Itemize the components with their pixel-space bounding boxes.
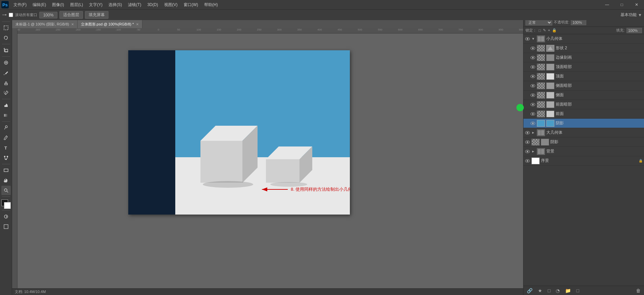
layer-vis-icon[interactable] — [530, 46, 536, 51]
right-panels: 通 图层 通道 历 度 样 字符 段落 p 类型 □ ◆ T ▬ ◇ ● 正常 … — [523, 0, 644, 295]
layers-panel[interactable]: ▼ 小几何体 形状 2 边缘刻画 顶面暗部 — [523, 34, 644, 286]
move-tool-icon[interactable]: ⭢ — [2, 12, 7, 18]
lock-all-icon[interactable]: 🔒 — [552, 28, 557, 33]
menu-edit[interactable]: 编辑(E) — [30, 1, 49, 9]
svg-line-8 — [4, 127, 6, 129]
opacity-input[interactable] — [571, 20, 586, 25]
layer-vis-icon[interactable] — [525, 36, 530, 42]
layer-vis-icon[interactable] — [525, 149, 530, 154]
menu-3d[interactable]: 3D(D) — [145, 1, 161, 8]
rectangle-tool-button[interactable] — [1, 166, 11, 175]
layer-item-bianyuan[interactable]: 边缘刻画 — [523, 53, 644, 62]
layer-vis-icon[interactable] — [525, 139, 530, 145]
menu-image[interactable]: 图像(I) — [49, 1, 66, 9]
layer-vis-icon[interactable] — [530, 83, 536, 88]
menu-layer[interactable]: 图层(L) — [67, 1, 86, 9]
menu-file[interactable]: 文件(F) — [11, 1, 29, 9]
fit-window-button[interactable]: 适合图层 — [59, 11, 83, 19]
layer-vis-icon[interactable] — [530, 111, 536, 117]
fill-input[interactable] — [627, 28, 642, 33]
layer-vis-icon[interactable] — [525, 130, 530, 135]
layer-item-dingmian[interactable]: 顶面 — [523, 72, 644, 81]
crop-tool-button[interactable] — [1, 46, 11, 55]
layer-expand-icon[interactable]: ▼ — [532, 37, 536, 41]
tab-1-close[interactable]: ✕ — [136, 22, 139, 26]
path-select-button[interactable] — [1, 153, 11, 163]
healing-tool-button[interactable] — [1, 58, 11, 67]
layer-item-qianmian[interactable]: 前面 — [523, 109, 644, 119]
layer-thumb2 — [546, 92, 554, 99]
menu-help[interactable]: 帮助(H) — [201, 1, 221, 9]
zoom-tool-button[interactable] — [1, 186, 11, 195]
svg-line-16 — [7, 191, 8, 192]
add-mask-button[interactable]: □ — [546, 287, 552, 294]
layer-expand-icon[interactable]: ► — [532, 131, 536, 134]
fill-screen-button[interactable]: 填充屏幕 — [85, 11, 108, 19]
new-layer-button[interactable]: □ — [575, 287, 580, 294]
layer-item-beijing[interactable]: ► 背景 — [523, 147, 644, 156]
layer-item-cemianbu[interactable]: 侧面暗部 — [523, 81, 644, 91]
layer-item-xiaojiheti[interactable]: ▼ 小几何体 — [523, 34, 644, 44]
layer-vis-icon[interactable] — [530, 74, 536, 79]
lasso-tool-button[interactable] — [1, 33, 11, 43]
history-brush-button[interactable] — [1, 88, 11, 98]
add-style-button[interactable]: ★ — [537, 287, 544, 294]
menu-text[interactable]: 文字(Y) — [86, 1, 105, 9]
layer-item-dajiheti[interactable]: ► 大几何体 — [523, 128, 644, 137]
blend-mode-select[interactable]: 正常 — [525, 19, 552, 25]
layer-item-qianmianbu[interactable]: 前面暗部 — [523, 100, 644, 109]
tab-0-close[interactable]: ✕ — [71, 22, 74, 26]
gradient-tool-button[interactable] — [1, 111, 11, 120]
link-layers-button[interactable]: 🔗 — [525, 287, 534, 294]
new-fill-button[interactable]: ◔ — [554, 287, 561, 294]
eraser-tool-button[interactable] — [1, 101, 11, 110]
annotation-label: 8. 使用同样的方法绘制出小几何体的阴影 — [291, 186, 350, 192]
layer-item-yingying-small[interactable]: 阴影 — [523, 119, 644, 128]
pen-tool-button[interactable] — [1, 133, 11, 142]
workspace-arrow-icon[interactable]: ▼ — [638, 13, 642, 17]
menu-view[interactable]: 视图(V) — [162, 1, 180, 9]
brush-tool-button[interactable] — [1, 68, 11, 77]
screen-mode-button[interactable] — [1, 222, 11, 231]
delete-layer-button[interactable]: 🗑 — [635, 287, 642, 294]
lock-transparency-icon[interactable]: □ — [539, 28, 541, 33]
layer-vis-icon[interactable] — [530, 55, 536, 60]
minimize-button[interactable]: — — [600, 0, 614, 9]
layer-thumb2 — [546, 45, 554, 52]
layer-item-xingzhuang2[interactable]: 形状 2 — [523, 44, 644, 53]
tab-bar: 未标题-1 @ 100% (阴影, RGB/8) ✕ 立体图形.psd @ 10… — [12, 20, 523, 28]
menu-window[interactable]: 窗口(W) — [181, 1, 201, 9]
stamp-tool-button[interactable] — [1, 78, 11, 87]
dodge-tool-button[interactable] — [1, 123, 11, 132]
layer-expand-icon[interactable]: ► — [532, 150, 536, 153]
tab-0[interactable]: 未标题-1 @ 100% (阴影, RGB/8) ✕ — [12, 20, 78, 28]
zoom-input[interactable]: 100% — [39, 12, 57, 18]
layer-vis-icon[interactable] — [525, 158, 530, 164]
auto-select-checkbox[interactable] — [9, 13, 13, 17]
layer-item-yingying-main[interactable]: 阴影 — [523, 137, 644, 147]
layer-item-cemian[interactable]: 侧面 — [523, 91, 644, 100]
layer-vis-icon[interactable] — [530, 102, 536, 107]
layer-item-xujing[interactable]: 序景 🔒 — [523, 156, 644, 166]
layer-name-dajiheti: 大几何体 — [546, 130, 643, 135]
new-group-button[interactable]: 📁 — [564, 287, 572, 294]
tab-1[interactable]: 立体图形.psd @ 100%(RGB/8) * ✕ — [78, 20, 142, 28]
text-tool-button[interactable]: T — [1, 143, 11, 153]
left-toolbar: T — [0, 9, 12, 295]
layer-vis-icon[interactable] — [530, 93, 536, 98]
background-color[interactable] — [4, 202, 11, 209]
quick-mask-button[interactable] — [1, 212, 11, 221]
menu-select[interactable]: 选择(S) — [106, 1, 125, 9]
lock-paint-icon[interactable]: ✎ — [543, 28, 546, 33]
menu-bar: Ps 文件(F) 编辑(E) 图像(I) 图层(L) 文字(Y) 选择(S) 滤… — [0, 0, 644, 9]
layer-vis-icon[interactable] — [530, 64, 536, 70]
maximize-button[interactable]: □ — [614, 0, 629, 9]
menu-filter[interactable]: 滤镜(T) — [125, 1, 144, 9]
marquee-tool-button[interactable] — [1, 23, 11, 33]
layer-vis-icon[interactable] — [530, 121, 536, 126]
hand-tool-button[interactable] — [1, 176, 11, 185]
close-button[interactable]: ✕ — [629, 0, 644, 9]
layer-item-dingmianbu[interactable]: 顶面暗部 — [523, 62, 644, 72]
color-picker[interactable] — [1, 199, 11, 209]
lock-position-icon[interactable]: ⌖ — [548, 28, 550, 33]
